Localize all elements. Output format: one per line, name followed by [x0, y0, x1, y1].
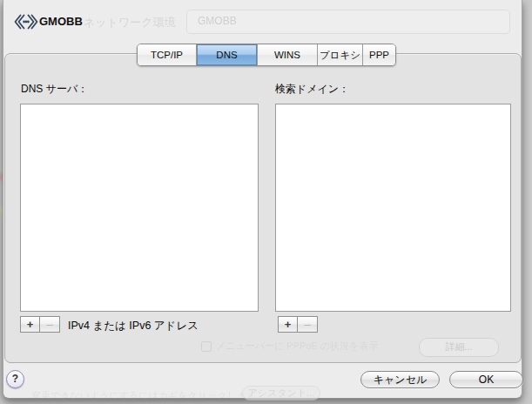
- tab-bar: TCP/IP DNS WINS プロキシ PPP: [137, 44, 396, 66]
- dns-address-hint: IPv4 または IPv6 アドレス: [68, 319, 199, 333]
- background-location-popup: GMOBB: [186, 10, 510, 34]
- advanced-settings-sheet: GMOBB ネットワーク環境 GMOBB Ethernet ⟷ TCP/IP D…: [3, 0, 522, 399]
- search-domains-label: 検索ドメイン：: [275, 82, 349, 97]
- search-domains-pm-group: + –: [278, 316, 318, 333]
- tab-wins[interactable]: WINS: [258, 44, 318, 65]
- tab-ppp[interactable]: PPP: [363, 44, 395, 65]
- background-assistant-button: アシスタント...: [242, 386, 320, 401]
- background-lock-text: 変更できないようにするにはカギをクリックします。: [31, 389, 266, 402]
- tab-tcpip[interactable]: TCP/IP: [138, 44, 197, 65]
- dns-servers-list[interactable]: [20, 104, 259, 312]
- dns-add-button[interactable]: +: [20, 316, 40, 333]
- tab-proxy[interactable]: プロキシ: [318, 44, 363, 65]
- domain-add-button[interactable]: +: [278, 316, 298, 333]
- domain-remove-button[interactable]: –: [298, 316, 318, 333]
- sheet-title: GMOBB: [39, 15, 83, 28]
- background-location-label: ネットワーク環境: [84, 15, 176, 30]
- dns-remove-button[interactable]: –: [40, 316, 60, 333]
- help-button[interactable]: ?: [6, 370, 24, 388]
- tab-dns[interactable]: DNS: [197, 44, 258, 65]
- dns-servers-pm-group: + –: [20, 316, 60, 333]
- background-location-popup-value: GMOBB: [198, 15, 237, 27]
- screen: GMOBB ネットワーク環境 GMOBB Ethernet ⟷ TCP/IP D…: [0, 0, 532, 404]
- network-interface-icon: [13, 13, 39, 30]
- cancel-button[interactable]: キャンセル: [360, 371, 440, 388]
- ok-button[interactable]: OK: [449, 371, 523, 388]
- dns-servers-label: DNS サーバ：: [21, 82, 88, 97]
- search-domains-list[interactable]: [275, 104, 511, 312]
